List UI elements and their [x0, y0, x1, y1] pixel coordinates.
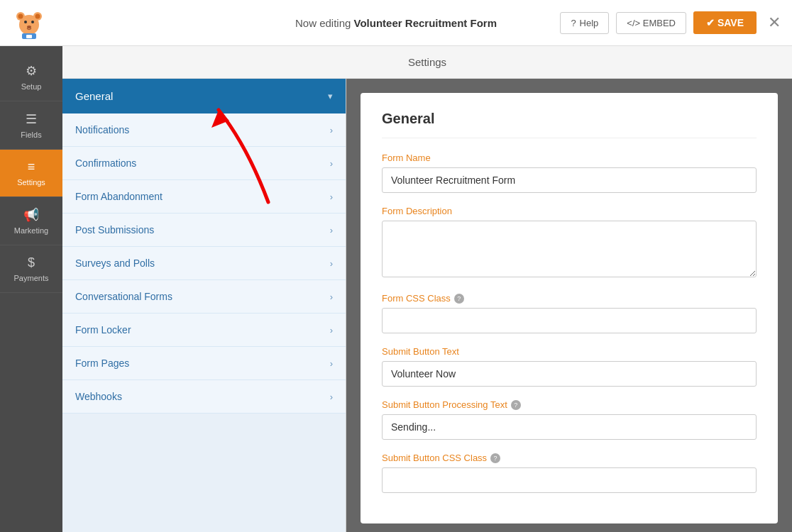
form-description-input[interactable]: [382, 221, 757, 277]
menu-item-notifications[interactable]: Notifications ›: [62, 113, 346, 147]
sidebar-item-label: Setup: [21, 82, 42, 91]
editing-label: Now editing Volunteer Recruitment Form: [295, 17, 497, 29]
form-field-form-description: Form Description: [382, 206, 757, 280]
submit-processing-text-label: Submit Button Processing Text ?: [382, 399, 757, 410]
sidebar-item-label: Fields: [21, 131, 41, 139]
menu-item-label: Conversational Forms: [75, 291, 172, 302]
svg-rect-9: [26, 35, 32, 38]
menu-item-form-pages[interactable]: Form Pages ›: [62, 347, 346, 380]
submit-css-class-label: Submit Button CSS Class ?: [382, 453, 757, 463]
form-field-submit-button-text: Submit Button Text: [382, 346, 757, 387]
menu-item-label: Form Pages: [75, 358, 129, 369]
menu-item-label: Surveys and Polls: [75, 257, 155, 269]
left-sidebar: ⚙ Setup ☰ Fields ≡ Settings 📢 Marketing …: [0, 46, 62, 532]
fields-icon: ☰: [26, 111, 37, 127]
form-name-input[interactable]: [382, 167, 757, 193]
chevron-right-icon: ›: [330, 158, 333, 169]
submit-button-text-input[interactable]: [382, 361, 757, 387]
topbar-actions: ? Help </> EMBED ✔ SAVE ✕: [560, 11, 781, 34]
menu-item-label: Post Submissions: [75, 224, 154, 235]
menu-item-form-abandonment[interactable]: Form Abandonment ›: [62, 180, 346, 214]
help-icon[interactable]: ?: [511, 400, 521, 410]
sidebar-item-label: Settings: [17, 178, 45, 187]
chevron-right-icon: ›: [330, 225, 333, 235]
app-logo: [11, 5, 47, 40]
form-field-submit-processing-text: Submit Button Processing Text ?: [382, 399, 757, 440]
menu-item-form-locker[interactable]: Form Locker ›: [62, 314, 346, 347]
marketing-icon: 📢: [23, 207, 39, 223]
chevron-right-icon: ›: [330, 358, 333, 369]
menu-item-post-submissions[interactable]: Post Submissions ›: [62, 214, 346, 247]
form-name-label: Volunteer Recruitment Form: [354, 17, 497, 29]
embed-label: </> EMBED: [627, 18, 676, 28]
main-area: ⚙ Setup ☰ Fields ≡ Settings 📢 Marketing …: [0, 46, 792, 532]
close-button[interactable]: ✕: [768, 13, 781, 32]
form-css-class-input[interactable]: [382, 308, 757, 333]
form-content: General Form Name Form Description: [346, 79, 792, 532]
settings-header: Settings: [62, 46, 792, 79]
settings-icon: ≡: [28, 160, 35, 174]
menu-item-conversational-forms[interactable]: Conversational Forms ›: [62, 280, 346, 314]
question-icon: ?: [571, 18, 576, 28]
submit-css-class-input[interactable]: [382, 467, 757, 493]
sidebar-item-settings[interactable]: ≡ Settings: [0, 150, 62, 197]
menu-item-label: Form Abandonment: [75, 191, 163, 202]
form-description-label: Form Description: [382, 206, 757, 216]
svg-point-5: [24, 21, 27, 23]
form-name-label: Form Name: [382, 153, 757, 163]
menu-item-label: Confirmations: [75, 157, 136, 169]
payments-icon: $: [28, 255, 35, 270]
help-label: Help: [580, 18, 599, 28]
svg-point-6: [31, 21, 34, 23]
menu-item-label: Notifications: [75, 124, 129, 135]
sidebar-item-fields[interactable]: ☰ Fields: [0, 101, 62, 150]
topbar: Now editing Volunteer Recruitment Form ?…: [0, 0, 792, 46]
help-icon[interactable]: ?: [454, 294, 464, 304]
chevron-right-icon: ›: [330, 125, 333, 135]
svg-point-3: [18, 14, 23, 19]
form-css-class-label: Form CSS Class ?: [382, 293, 757, 304]
form-field-submit-css-class: Submit Button CSS Class ?: [382, 453, 757, 493]
svg-point-7: [27, 26, 31, 28]
chevron-right-icon: ›: [330, 258, 333, 269]
submit-processing-text-input[interactable]: [382, 414, 757, 440]
save-button[interactable]: ✔ SAVE: [693, 11, 757, 34]
settings-menu: General ▾ Notifications › Confirmations …: [62, 79, 346, 532]
help-icon[interactable]: ?: [490, 453, 500, 463]
chevron-right-icon: ›: [330, 292, 333, 302]
menu-item-confirmations[interactable]: Confirmations ›: [62, 147, 346, 180]
menu-item-webhooks[interactable]: Webhooks ›: [62, 380, 346, 414]
form-field-form-name: Form Name: [382, 153, 757, 193]
form-field-css-class: Form CSS Class ?: [382, 293, 757, 333]
form-card: General Form Name Form Description: [361, 93, 778, 523]
settings-panel-wrapper: Settings General ▾ Notifications › Confi…: [62, 46, 792, 532]
sidebar-item-setup[interactable]: ⚙ Setup: [0, 53, 62, 101]
submit-button-text-label: Submit Button Text: [382, 346, 757, 357]
form-card-title: General: [382, 111, 757, 138]
chevron-right-icon: ›: [330, 192, 333, 202]
menu-item-label: Form Locker: [75, 324, 131, 336]
menu-item-label: Webhooks: [75, 391, 122, 402]
sidebar-item-payments[interactable]: $ Payments: [0, 245, 62, 293]
settings-content: General ▾ Notifications › Confirmations …: [62, 79, 792, 532]
save-label: ✔ SAVE: [706, 17, 744, 28]
sidebar-item-label: Marketing: [14, 226, 48, 235]
general-label: General: [75, 90, 113, 102]
sidebar-item-label: Payments: [14, 274, 49, 282]
setup-icon: ⚙: [26, 63, 37, 79]
svg-point-4: [35, 14, 40, 19]
help-button[interactable]: ? Help: [560, 12, 609, 34]
chevron-right-icon: ›: [330, 392, 333, 402]
menu-item-surveys-polls[interactable]: Surveys and Polls ›: [62, 247, 346, 280]
embed-button[interactable]: </> EMBED: [616, 12, 686, 34]
sidebar-item-marketing[interactable]: 📢 Marketing: [0, 197, 62, 245]
chevron-right-icon: ›: [330, 325, 333, 336]
menu-item-general[interactable]: General ▾: [62, 79, 346, 113]
chevron-down-icon: ▾: [328, 91, 333, 101]
